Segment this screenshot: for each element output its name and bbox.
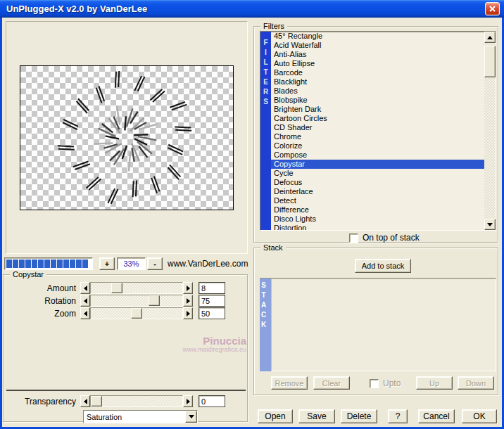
scrollbar-down-button[interactable] (484, 219, 496, 230)
zoom-value-input[interactable]: 50 (199, 307, 225, 319)
filter-list-item[interactable]: 45° Rectangle (271, 32, 484, 41)
delete-button[interactable]: Delete (341, 409, 377, 423)
amount-label: Amount (15, 283, 80, 293)
clear-button[interactable]: Clear (313, 376, 350, 390)
scrollbar-thumb[interactable] (484, 46, 496, 77)
scrollbar-up-button[interactable] (484, 32, 496, 43)
amount-slider-row: Amount 8 (15, 282, 225, 294)
preview-image[interactable] (20, 65, 234, 210)
filter-list-item[interactable]: Blobspike (271, 96, 484, 105)
left-arrow-icon (84, 286, 87, 291)
left-arrow-icon (84, 298, 87, 304)
right-arrow-icon (187, 399, 190, 404)
filter-list-scrollbar[interactable] (484, 32, 496, 230)
filter-list-item[interactable]: CD Shader (271, 123, 484, 132)
zoom-slider-track[interactable] (90, 307, 183, 319)
transparency-decrement-button[interactable] (80, 395, 90, 407)
filter-list-item[interactable]: Barcode (271, 68, 484, 77)
watermark: Pinuccia www.maidiregrafica.eu (182, 337, 246, 354)
on-top-of-stack-checkbox[interactable] (349, 233, 358, 243)
transparency-increment-button[interactable] (183, 395, 193, 407)
upto-row: Upto (370, 378, 401, 388)
filter-list-item[interactable]: Defocus (271, 178, 484, 187)
zoom-level-display: 33% (117, 257, 146, 270)
zoom-decrement-button[interactable] (80, 307, 90, 319)
left-arrow-icon (84, 399, 87, 404)
remove-button[interactable]: Remove (271, 376, 308, 390)
zoom-slider-row: Zoom 50 (15, 307, 225, 319)
stack-list-items[interactable] (271, 278, 496, 371)
filter-list-item[interactable]: Acid Waterfall (271, 41, 484, 50)
watermark-url: www.maidiregrafica.eu (182, 345, 246, 354)
stack-controls: Remove Clear Upto Up Down (254, 376, 498, 390)
transparency-slider-thumb[interactable] (91, 396, 102, 406)
rotation-slider-track[interactable] (90, 295, 183, 307)
filter-list-item[interactable]: Auto Ellipse (271, 59, 484, 68)
amount-slider-track[interactable] (90, 282, 183, 294)
titlebar[interactable]: UnPlugged-X v2.0 by VanDerLee (0, 0, 504, 18)
filter-list-item[interactable]: Distortion (271, 224, 484, 230)
amount-increment-button[interactable] (183, 282, 193, 294)
down-arrow-icon (487, 223, 493, 226)
filter-list-item[interactable]: Difference (271, 205, 484, 214)
zoom-in-button[interactable]: + (99, 257, 115, 270)
stack-group-label: Stack (260, 243, 286, 252)
amount-slider-thumb[interactable] (111, 283, 122, 293)
watermark-name: Pinuccia (182, 337, 246, 345)
unplugged-x-dialog: UnPlugged-X v2.0 by VanDerLee + 33% - ww… (0, 0, 504, 429)
transparency-value-input[interactable]: 0 (199, 395, 225, 407)
rotation-increment-button[interactable] (183, 295, 193, 307)
on-top-of-stack-row: On top of stack (349, 233, 420, 243)
help-button[interactable]: ? (388, 409, 408, 423)
filter-list-item[interactable]: Blades (271, 87, 484, 96)
cancel-button[interactable]: Cancel (418, 409, 455, 423)
amount-decrement-button[interactable] (80, 282, 90, 294)
filters-group: Filters FILTERS 45° RectangleAcid Waterf… (253, 26, 498, 243)
zoom-increment-button[interactable] (183, 307, 193, 319)
filter-listbox: FILTERS 45° RectangleAcid WaterfallAnti-… (260, 31, 496, 231)
zoom-out-button[interactable]: - (147, 257, 163, 270)
copystar-group-label: Copystar (10, 270, 46, 279)
rotation-slider-thumb[interactable] (149, 295, 160, 306)
filter-list-item[interactable]: Compose (271, 151, 484, 160)
filter-list-item[interactable]: Cycle (271, 169, 484, 178)
right-arrow-icon (187, 311, 190, 316)
progress-bar (4, 257, 93, 270)
filter-list-item[interactable]: Blacklight (271, 77, 484, 87)
filters-strip-label: FILTERS (260, 32, 271, 230)
save-button[interactable]: Save (298, 409, 335, 423)
window-title: UnPlugged-X v2.0 by VanDerLee (0, 4, 147, 14)
filter-list-items: 45° RectangleAcid WaterfallAnti-AliasAut… (271, 32, 484, 230)
rotation-decrement-button[interactable] (80, 295, 90, 307)
preview-starburst (20, 66, 233, 210)
filter-list-item[interactable]: Deinterlace (271, 187, 484, 196)
ok-button[interactable]: OK (462, 409, 497, 423)
open-button[interactable]: Open (258, 409, 293, 423)
up-button[interactable]: Up (416, 376, 453, 390)
transparency-slider-track[interactable] (90, 395, 183, 407)
filter-list-item[interactable]: Anti-Alias (271, 50, 484, 59)
filter-list-item[interactable]: Chrome (271, 132, 484, 141)
filter-list-item[interactable]: Colorize (271, 141, 484, 151)
filter-list-item[interactable]: Detect (271, 196, 484, 205)
amount-value-input[interactable]: 8 (199, 282, 225, 294)
close-button[interactable] (485, 2, 500, 15)
filter-list-item[interactable]: Copystar (271, 160, 484, 169)
upto-checkbox[interactable] (370, 379, 379, 388)
left-arrow-icon (84, 311, 87, 316)
down-button[interactable]: Down (458, 376, 494, 390)
vendor-website-label: www.VanDerLee.com (168, 257, 248, 270)
zoom-slider-thumb[interactable] (131, 308, 142, 319)
preview-panel (6, 21, 248, 254)
add-to-stack-button[interactable]: Add to stack (355, 259, 411, 273)
right-arrow-icon (187, 286, 190, 291)
right-arrow-icon (187, 298, 190, 304)
stack-strip-label: STACK (260, 278, 271, 371)
close-icon (489, 5, 496, 13)
filter-list-item[interactable]: Disco Lights (271, 214, 484, 224)
filter-list-item[interactable]: Brighten Dark (271, 105, 484, 114)
up-arrow-icon (487, 36, 493, 39)
rotation-value-input[interactable]: 75 (199, 295, 225, 307)
rotation-label: Rotation (15, 296, 80, 306)
filter-list-item[interactable]: Cartoon Circles (271, 114, 484, 123)
